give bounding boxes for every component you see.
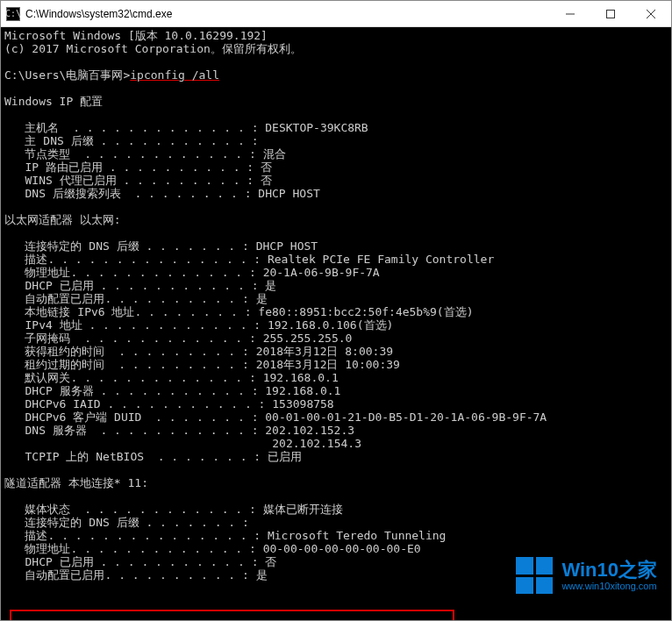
ethernet-row: TCPIP 上的 NetBIOS . . . . . . . : 已启用 (4, 450, 668, 463)
ethernet-value: DHCP HOST (256, 239, 318, 253)
ethernet-value: 255.255.255.0 (263, 332, 353, 345)
ethernet-row: DHCPv6 客户端 DUID . . . . . . . : 00-01-00… (4, 410, 668, 424)
ethernet-row: DHCPv6 IAID . . . . . . . . . . . : 1530… (4, 397, 668, 410)
ethernet-label: 自动配置已启用 (4, 292, 104, 305)
ethernet-label: DHCPv6 客户端 DUID (4, 410, 141, 424)
prompt-line: C:\Users\电脑百事网>ipconfig /all (4, 68, 668, 82)
ipconfig-value: 混合 (263, 147, 286, 161)
ethernet-row: 获得租约的时间 . . . . . . . . . : 2018年3月12日 8… (4, 345, 668, 358)
ethernet-label: TCPIP 上的 NetBIOS (4, 450, 144, 463)
ethernet-value: 202.102.154.3 (272, 437, 361, 450)
titlebar[interactable]: C:\ C:\Windows\system32\cmd.exe (1, 1, 671, 27)
ethernet-row: IPv4 地址 . . . . . . . . . . . . : 192.16… (4, 318, 668, 332)
ethernet-row: 自动配置已启用. . . . . . . . . . : 是 (4, 292, 668, 305)
tunnel-label: 自动配置已启用 (4, 568, 104, 582)
ethernet-value: 是 (256, 292, 268, 305)
ethernet-value: 20-1A-06-9B-9F-7A (263, 266, 380, 279)
ethernet-value: 192.168.0.106(首选) (268, 318, 393, 332)
ethernet-label: DHCP 已启用 (4, 279, 94, 292)
ipconfig-row: IP 路由已启用 . . . . . . . . . . : 否 (4, 161, 668, 174)
ipconfig-value: DESKTOP-39KC8RB (265, 121, 368, 134)
tunnel-value: 否 (265, 555, 276, 568)
ethernet-label: DNS 服务器 (4, 424, 87, 437)
ipconfig-value: 否 (261, 174, 272, 187)
cmd-window: C:\ C:\Windows\system32\cmd.exe Microsof… (0, 0, 672, 621)
ethernet-row: DHCP 已启用 . . . . . . . . . . . : 是 (4, 279, 668, 292)
terminal-output[interactable]: Microsoft Windows [版本 10.0.16299.192](c)… (1, 27, 671, 620)
tunnel-label: 连接特定的 DNS 后缀 (4, 516, 139, 529)
tunnel-row: 自动配置已启用. . . . . . . . . . : 是 (4, 568, 668, 582)
ethernet-row: 默认网关. . . . . . . . . . . . . : 192.168.… (4, 371, 668, 384)
ethernet-value: 2018年3月12日 8:00:39 (256, 345, 393, 358)
tunnel-value: Microsoft Teredo Tunneling (268, 529, 447, 542)
ethernet-label: 描述 (4, 253, 47, 266)
tunnel-row: 物理地址. . . . . . . . . . . . . : 00-00-00… (4, 542, 668, 555)
tunnel-label: 媒体状态 (4, 503, 70, 516)
ipconfig-row: 主机名 . . . . . . . . . . . . . : DESKTOP-… (4, 121, 668, 134)
window-title: C:\Windows\system32\cmd.exe (25, 8, 550, 20)
ethernet-value: 202.102.152.3 (265, 424, 354, 437)
ethernet-row: 子网掩码 . . . . . . . . . . . . : 255.255.2… (4, 332, 668, 345)
tunnel-row: 描述. . . . . . . . . . . . . . . : Micros… (4, 529, 668, 542)
cmd-icon: C:\ (6, 7, 20, 21)
ethernet-row: 202.102.154.3 (4, 437, 668, 450)
ethernet-value: 2018年3月12日 10:00:39 (256, 358, 400, 371)
ipconfig-row: 主 DNS 后缀 . . . . . . . . . . . : (4, 134, 668, 147)
ethernet-row: 连接特定的 DNS 后缀 . . . . . . . : DHCP HOST (4, 239, 668, 253)
highlight-box (10, 610, 454, 620)
ethernet-row: DHCP 服务器 . . . . . . . . . . . : 192.168… (4, 384, 668, 397)
header-line1: Microsoft Windows [版本 10.0.16299.192] (4, 29, 668, 42)
ethernet-value: 是 (265, 279, 276, 292)
ethernet-value: 192.168.0.1 (265, 384, 340, 397)
ethernet-label: 获得租约的时间 (4, 345, 104, 358)
tunnel-row: DHCP 已启用 . . . . . . . . . . . : 否 (4, 555, 668, 568)
ethernet-row: 租约过期的时间 . . . . . . . . . : 2018年3月12日 1… (4, 358, 668, 371)
ethernet-value: Realtek PCIe FE Family Controller (268, 253, 494, 266)
ethernet-label: IPv4 地址 (4, 318, 82, 332)
svg-rect-1 (607, 10, 615, 18)
ethernet-label: 连接特定的 DNS 后缀 (4, 239, 139, 253)
tunnel-row: 媒体状态 . . . . . . . . . . . . : 媒体已断开连接 (4, 503, 668, 516)
ipconfig-label: 节点类型 (4, 147, 70, 161)
ipconfig-row: WINS 代理已启用 . . . . . . . . . : 否 (4, 174, 668, 187)
tunnel-label: 物理地址 (4, 542, 70, 555)
ethernet-label: 本地链接 IPv6 地址 (4, 305, 134, 318)
ipconfig-value: 否 (261, 161, 272, 174)
ipconfig-row: 节点类型 . . . . . . . . . . . . : 混合 (4, 147, 668, 161)
ethernet-value: 192.168.0.1 (263, 371, 339, 384)
ethernet-label: DHCPv6 IAID (4, 397, 101, 410)
ethernet-label: 默认网关 (4, 371, 70, 384)
tunnel-row: 连接特定的 DNS 后缀 . . . . . . . : (4, 516, 668, 529)
ethernet-label: 物理地址 (4, 266, 70, 279)
minimize-button[interactable] (550, 1, 590, 27)
ethernet-row: 物理地址. . . . . . . . . . . . . : 20-1A-06… (4, 266, 668, 279)
ethernet-label: 租约过期的时间 (4, 358, 104, 371)
ipconfig-label: IP 路由已启用 (4, 161, 103, 174)
ipconfig-value: DHCP HOST (258, 187, 319, 200)
ipconfig-label: WINS 代理已启用 (4, 174, 117, 187)
ipconfig-row: DNS 后缀搜索列表 . . . . . . . . : DHCP HOST (4, 187, 668, 200)
section-tunnel-title: 隧道适配器 本地连接* 11: (4, 476, 668, 489)
tunnel-value: 媒体已断开连接 (263, 503, 343, 516)
tunnel-value: 00-00-00-00-00-00-00-E0 (263, 542, 421, 555)
ethernet-value: fe80::8951:bcc2:50f:4e5b%9(首选) (258, 305, 473, 318)
tunnel-label: 描述 (4, 529, 47, 542)
ipconfig-label: DNS 后缀搜索列表 (4, 187, 121, 200)
maximize-button[interactable] (590, 1, 631, 27)
ethernet-value: 00-01-00-01-21-D0-B5-D1-20-1A-06-9B-9F-7… (265, 410, 547, 424)
ipconfig-label: 主 DNS 后缀 (4, 134, 94, 147)
ethernet-row: 描述. . . . . . . . . . . . . . . : Realte… (4, 253, 668, 266)
ethernet-value: 已启用 (268, 450, 302, 463)
section-ipconfig-title: Windows IP 配置 (4, 95, 668, 108)
ethernet-label: DHCP 服务器 (4, 384, 94, 397)
tunnel-value: 是 (256, 568, 268, 582)
ethernet-label: 子网掩码 (4, 332, 70, 345)
ethernet-row: DNS 服务器 . . . . . . . . . . . : 202.102.… (4, 424, 668, 437)
ipconfig-label: 主机名 (4, 121, 59, 134)
prompt-text: C:\Users\电脑百事网> (4, 68, 130, 82)
tunnel-label: DHCP 已启用 (4, 555, 94, 568)
command-text: ipconfig /all (130, 68, 219, 82)
close-button[interactable] (631, 1, 671, 27)
section-ethernet-title: 以太网适配器 以太网: (4, 213, 668, 226)
header-line2: (c) 2017 Microsoft Corporation。保留所有权利。 (4, 42, 668, 55)
